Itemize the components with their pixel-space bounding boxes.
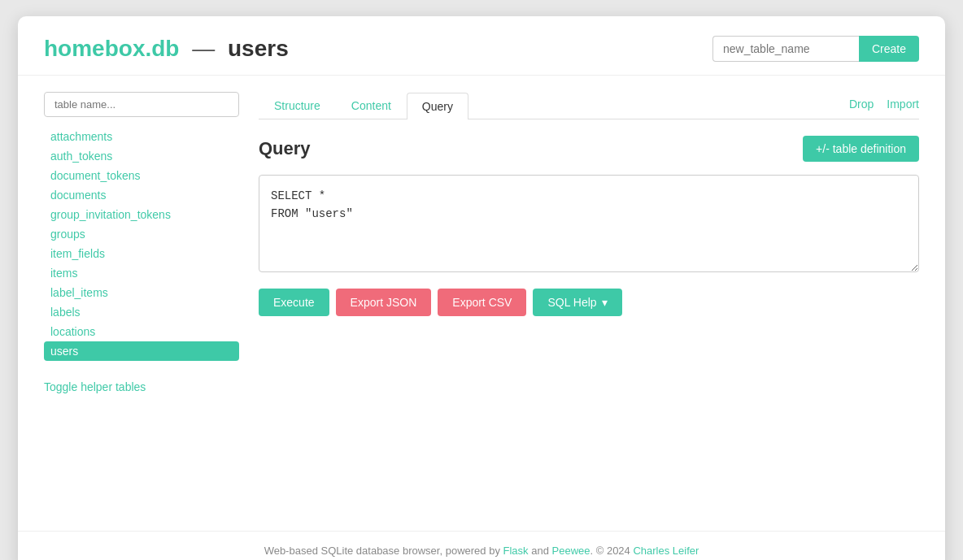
toggle-helper-tables[interactable]: Toggle helper tables — [44, 380, 239, 393]
sidebar-item-item_fields[interactable]: item_fields — [44, 244, 239, 263]
sidebar-item-labels[interactable]: labels — [44, 302, 239, 322]
sidebar-item-items[interactable]: items — [44, 263, 239, 283]
export-csv-button[interactable]: Export CSV — [438, 289, 526, 316]
header-actions: Create — [712, 36, 919, 62]
import-link[interactable]: Import — [887, 98, 919, 111]
app-window: homebox.db — users Create attachments au… — [18, 16, 945, 560]
sidebar-item-locations[interactable]: locations — [44, 322, 239, 341]
sql-query-textarea[interactable]: SELECT * FROM "users" — [259, 175, 919, 272]
sidebar-item-users[interactable]: users — [44, 341, 239, 361]
header: homebox.db — users Create — [18, 16, 945, 76]
drop-link[interactable]: Drop — [849, 98, 874, 111]
sidebar-item-group_invitation_tokens[interactable]: group_invitation_tokens — [44, 205, 239, 224]
query-section-title: Query — [259, 138, 311, 159]
sidebar-item-auth_tokens[interactable]: auth_tokens — [44, 146, 239, 166]
sidebar-item-groups[interactable]: groups — [44, 224, 239, 244]
table-definition-button[interactable]: +/- table definition — [803, 136, 919, 162]
flask-link[interactable]: Flask — [503, 545, 529, 557]
execute-button[interactable]: Execute — [259, 289, 329, 316]
author-link[interactable]: Charles Leifer — [633, 545, 699, 557]
tab-actions: Drop Import — [849, 98, 919, 114]
sidebar: attachments auth_tokens document_tokens … — [44, 92, 239, 514]
create-table-button[interactable]: Create — [859, 36, 919, 62]
export-json-button[interactable]: Export JSON — [336, 289, 432, 316]
title-separator: — — [192, 36, 215, 61]
query-actions: Execute Export JSON Export CSV SQL Help … — [259, 289, 919, 316]
footer-text-after: . © 2024 — [590, 545, 633, 557]
peewee-link[interactable]: Peewee — [552, 545, 590, 557]
page-title: homebox.db — users — [44, 36, 289, 62]
query-section-header: Query +/- table definition — [259, 136, 919, 162]
sidebar-item-label_items[interactable]: label_items — [44, 283, 239, 302]
sql-help-button[interactable]: SQL Help ▾ — [533, 289, 621, 316]
tab-bar: Structure Content Query Drop Import — [259, 92, 919, 119]
footer-and: and — [529, 545, 552, 557]
tab-query[interactable]: Query — [407, 93, 468, 119]
db-name: homebox.db — [44, 36, 179, 61]
main-layout: attachments auth_tokens document_tokens … — [18, 76, 945, 531]
footer-text-before: Web-based SQLite database browser, power… — [264, 545, 503, 557]
sidebar-item-documents[interactable]: documents — [44, 185, 239, 205]
content-area: Structure Content Query Drop Import Quer… — [259, 92, 919, 514]
current-table-name: users — [228, 36, 289, 61]
new-table-input[interactable] — [712, 36, 859, 62]
footer: Web-based SQLite database browser, power… — [18, 531, 945, 560]
sql-help-label: SQL Help — [547, 296, 596, 309]
table-search-input[interactable] — [44, 92, 239, 117]
sidebar-item-attachments[interactable]: attachments — [44, 127, 239, 146]
sql-help-arrow: ▾ — [602, 296, 608, 309]
sidebar-item-document_tokens[interactable]: document_tokens — [44, 166, 239, 185]
tab-content[interactable]: Content — [336, 92, 407, 119]
table-list: attachments auth_tokens document_tokens … — [44, 127, 239, 361]
tabs: Structure Content Query — [259, 92, 468, 119]
tab-structure[interactable]: Structure — [259, 92, 336, 119]
